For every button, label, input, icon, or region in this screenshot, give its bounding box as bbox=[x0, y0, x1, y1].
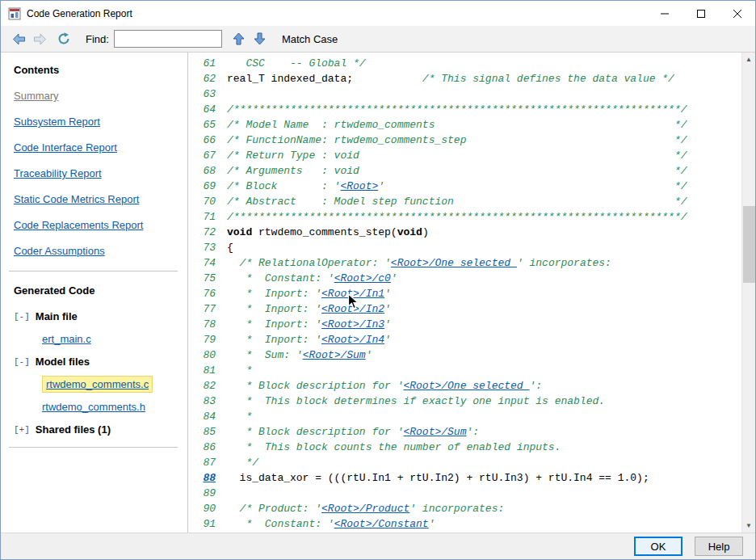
code-comment: */ bbox=[359, 149, 687, 162]
find-label: Find: bbox=[86, 33, 109, 45]
line-number: 68 bbox=[195, 163, 216, 179]
code-link[interactable]: <Root>/In2 bbox=[321, 303, 384, 315]
code-view[interactable]: 61 CSC -- Global */62real_T indexed_data… bbox=[188, 53, 741, 533]
sidebar-link-traceability-report[interactable]: Traceability Report bbox=[14, 167, 178, 179]
code-comment: /* Abstract : Model step function bbox=[227, 196, 454, 208]
line-number: 74 bbox=[195, 255, 216, 271]
forward-icon[interactable] bbox=[29, 29, 50, 48]
code-link[interactable]: <Root>/One selected bbox=[391, 257, 517, 269]
code-link[interactable]: <Root>/In1 bbox=[321, 288, 384, 300]
window-title: Code Generation Report bbox=[27, 8, 132, 19]
line-number: 91 bbox=[195, 516, 216, 532]
file-link-rtwdemo-comments-h[interactable]: rtwdemo_comments.h bbox=[42, 401, 145, 413]
line-number: 80 bbox=[195, 347, 216, 363]
code-line-75: 75 * Constant: '<Root>/c0' bbox=[195, 271, 741, 286]
code-comment: /* Return Type : void bbox=[227, 149, 359, 162]
code-text: { bbox=[227, 242, 233, 254]
code-link[interactable]: <Root>/Constant bbox=[334, 518, 429, 530]
line-number: 78 bbox=[195, 317, 216, 332]
code-comment: /***************************************… bbox=[227, 103, 687, 116]
code-link[interactable]: <Root>/Sum bbox=[403, 426, 466, 438]
code-text: ) bbox=[422, 226, 429, 238]
line-number: 71 bbox=[195, 209, 216, 225]
tree-toggle-icon[interactable]: [-] bbox=[14, 312, 30, 322]
code-line-91: 91 * Constant: '<Root>/Constant' bbox=[195, 516, 741, 532]
code-line-90: 90 /* Product: '<Root>/Product' incorpor… bbox=[195, 501, 741, 516]
code-line-69: 69/* Block : '<Root>' */ bbox=[195, 179, 741, 194]
code-line-83: 83 * This block determines if exactly on… bbox=[195, 394, 741, 409]
tree-toggle-icon[interactable]: [-] bbox=[14, 357, 30, 367]
sidebar-link-coder-assumptions[interactable]: Coder Assumptions bbox=[14, 245, 178, 257]
line-number: 73 bbox=[195, 240, 216, 255]
line-number: 85 bbox=[195, 424, 216, 440]
refresh-icon[interactable] bbox=[53, 29, 74, 48]
file-link-ert-main-c[interactable]: ert_main.c bbox=[42, 333, 91, 345]
code-comment: /* Block : ' bbox=[227, 180, 340, 192]
code-text: void bbox=[397, 226, 422, 238]
scroll-down-icon[interactable]: ▼ bbox=[742, 519, 755, 533]
code-line-61: 61 CSC -- Global */ bbox=[195, 56, 741, 71]
tree-toggle-icon[interactable]: [+] bbox=[14, 425, 30, 435]
code-line-72: 72void rtwdemo_comments_step(void) bbox=[195, 225, 741, 240]
code-link[interactable]: <Root> bbox=[340, 180, 378, 192]
code-link[interactable]: <Root>/In4 bbox=[321, 334, 384, 346]
code-link[interactable]: <Root>/c0 bbox=[334, 272, 391, 284]
code-comment: */ bbox=[454, 196, 687, 208]
code-line-66: 66/* FunctionName: rtwdemo_comments_step… bbox=[195, 133, 741, 148]
line-number: 87 bbox=[195, 455, 216, 470]
back-icon[interactable] bbox=[8, 29, 29, 48]
tree-group-shared-files-1: [+]Shared files (1) bbox=[14, 423, 178, 436]
code-line-73: 73{ bbox=[195, 240, 741, 255]
sidebar-link-code-interface-report[interactable]: Code Interface Report bbox=[14, 141, 178, 154]
code-text: is_data_xor = (((rtU.In1 + rtU.In2) + rt… bbox=[227, 472, 649, 484]
find-next-icon[interactable] bbox=[250, 29, 271, 48]
code-link[interactable]: <Root>/Sum bbox=[303, 349, 366, 361]
line-number: 86 bbox=[195, 440, 216, 455]
line-number-link[interactable]: 88 bbox=[195, 470, 216, 486]
code-comment: /* RelationalOperator: ' bbox=[227, 257, 391, 269]
sidebar-link-code-replacements-report[interactable]: Code Replacements Report bbox=[14, 219, 178, 231]
scroll-up-icon[interactable]: ▲ bbox=[742, 53, 755, 66]
line-number: 83 bbox=[195, 394, 216, 409]
code-line-87: 87 */ bbox=[195, 455, 741, 470]
help-button[interactable]: Help bbox=[695, 537, 743, 556]
sidebar-link-summary[interactable]: Summary bbox=[14, 90, 178, 102]
code-link[interactable]: <Root>/Product bbox=[321, 503, 410, 515]
line-number: 81 bbox=[195, 363, 216, 378]
maximize-icon[interactable] bbox=[682, 1, 719, 26]
line-number: 61 bbox=[195, 56, 216, 71]
line-number: 63 bbox=[195, 86, 216, 102]
match-case-toggle[interactable]: Match Case bbox=[282, 33, 338, 45]
vertical-scrollbar[interactable]: ▲ ▼ bbox=[741, 53, 755, 533]
contents-heading: Contents bbox=[14, 64, 178, 76]
sidebar-link-static-code-metrics-report[interactable]: Static Code Metrics Report bbox=[14, 193, 178, 205]
line-number: 75 bbox=[195, 271, 216, 286]
code-link[interactable]: <Root>/One selected bbox=[403, 380, 529, 392]
code-comment: * Constant: ' bbox=[227, 518, 334, 530]
titlebar[interactable]: Code Generation Report bbox=[1, 1, 755, 26]
code-comment: */ bbox=[466, 134, 687, 146]
code-pane: 61 CSC -- Global */62real_T indexed_data… bbox=[188, 53, 755, 533]
code-comment: * This block counts the number of enable… bbox=[227, 441, 561, 453]
code-link[interactable]: <Root>/In3 bbox=[321, 318, 384, 331]
line-number: 79 bbox=[195, 332, 216, 347]
code-comment: ': bbox=[466, 426, 479, 438]
code-line-68: 68/* Arguments : void */ bbox=[195, 163, 741, 179]
tree-group-main-file: [-]Main file bbox=[14, 310, 178, 322]
find-previous-icon[interactable] bbox=[229, 29, 250, 48]
find-input[interactable] bbox=[114, 30, 222, 48]
minimize-icon[interactable] bbox=[646, 1, 682, 26]
code-comment: * Block description for ' bbox=[227, 426, 403, 438]
ok-button[interactable]: OK bbox=[634, 537, 682, 556]
code-line-82: 82 * Block description for '<Root>/One s… bbox=[195, 378, 741, 394]
file-link-rtwdemo-comments-c[interactable]: rtwdemo_comments.c bbox=[42, 376, 153, 393]
scrollbar-thumb[interactable] bbox=[743, 206, 755, 283]
code-line-84: 84 * bbox=[195, 409, 741, 424]
line-number: 62 bbox=[195, 71, 216, 86]
sidebar-link-subsystem-report[interactable]: Subsystem Report bbox=[14, 116, 178, 128]
line-number: 76 bbox=[195, 286, 216, 301]
code-line-81: 81 * bbox=[195, 363, 741, 378]
code-comment: ' bbox=[384, 303, 391, 315]
close-icon[interactable] bbox=[719, 1, 755, 26]
report-icon bbox=[8, 7, 21, 20]
